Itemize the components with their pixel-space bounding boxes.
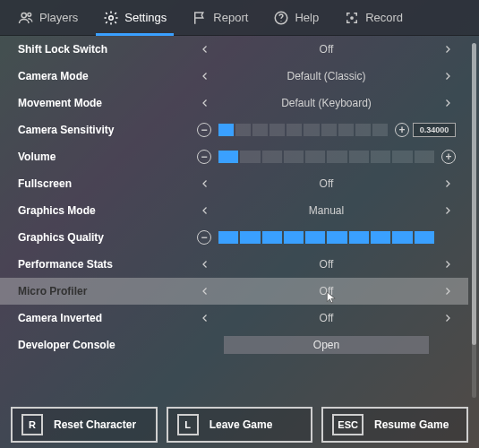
tab-settings[interactable]: Settings — [90, 0, 179, 35]
row-volume: Volume − + — [0, 143, 468, 170]
resume-key: ESC — [332, 414, 364, 435]
performance-stats-value: Off — [213, 258, 440, 271]
settings-list: Shift Lock Switch Off Camera Mode Defaul… — [0, 36, 468, 403]
graphics-quality-minus[interactable]: − — [197, 230, 211, 245]
row-camera-mode: Camera Mode Default (Classic) — [0, 63, 468, 90]
svg-point-0 — [21, 13, 26, 17]
camera-sensitivity-plus[interactable]: + — [395, 123, 409, 137]
performance-stats-next[interactable] — [440, 256, 456, 272]
volume-minus[interactable]: − — [197, 150, 211, 164]
shift-lock-value: Off — [213, 43, 440, 56]
camera-mode-label: Camera Mode — [18, 70, 197, 82]
svg-point-1 — [28, 13, 31, 16]
tab-players-label: Players — [39, 11, 78, 24]
svg-point-4 — [281, 21, 282, 22]
camera-sensitivity-minus[interactable]: − — [197, 123, 211, 137]
developer-console-label: Developer Console — [18, 339, 197, 351]
row-developer-console: Developer Console Open — [0, 332, 468, 358]
movement-mode-value: Default (Keyboard) — [213, 97, 440, 109]
scrollbar-thumb[interactable] — [472, 43, 476, 345]
volume-plus[interactable]: + — [441, 150, 456, 164]
row-camera-inverted: Camera Inverted Off — [0, 305, 468, 332]
graphics-mode-label: Graphics Mode — [18, 204, 197, 217]
fullscreen-next[interactable] — [440, 176, 456, 192]
record-icon — [344, 10, 360, 26]
movement-mode-next[interactable] — [440, 95, 456, 111]
reset-character-button[interactable]: R Reset Character — [11, 407, 158, 443]
volume-label: Volume — [18, 151, 197, 163]
row-movement-mode: Movement Mode Default (Keyboard) — [0, 90, 468, 116]
cursor-icon — [325, 289, 338, 306]
row-performance-stats: Performance Stats Off — [0, 251, 468, 278]
volume-bar[interactable] — [218, 151, 434, 163]
leave-game-button[interactable]: L Leave Game — [167, 407, 313, 443]
row-fullscreen: Fullscreen Off — [0, 170, 468, 197]
row-camera-sensitivity: Camera Sensitivity − + 0.34000 — [0, 116, 468, 143]
resume-game-button[interactable]: ESC Resume Game — [321, 407, 468, 443]
micro-profiler-prev[interactable] — [197, 283, 213, 299]
movement-mode-label: Movement Mode — [18, 97, 197, 109]
row-graphics-quality: Graphics Quality − + — [0, 224, 468, 251]
camera-mode-next[interactable] — [440, 68, 456, 84]
reset-label: Reset Character — [54, 418, 136, 431]
flag-icon — [192, 10, 208, 26]
movement-mode-prev[interactable] — [197, 95, 213, 111]
shift-lock-next[interactable] — [440, 41, 456, 57]
developer-console-open[interactable]: Open — [224, 336, 429, 354]
tab-players[interactable]: Players — [5, 0, 90, 35]
camera-inverted-label: Camera Inverted — [18, 312, 197, 324]
svg-point-5 — [350, 16, 354, 20]
svg-point-2 — [109, 15, 114, 20]
graphics-mode-next[interactable] — [440, 202, 456, 219]
row-graphics-mode: Graphics Mode Manual — [0, 197, 468, 224]
tab-report[interactable]: Report — [179, 0, 261, 35]
camera-sensitivity-label: Camera Sensitivity — [18, 124, 197, 136]
reset-key: R — [21, 414, 43, 435]
camera-sensitivity-bar[interactable] — [218, 124, 388, 136]
tab-settings-label: Settings — [124, 11, 167, 24]
leave-key: L — [177, 414, 199, 435]
resume-label: Resume Game — [374, 418, 449, 431]
leave-label: Leave Game — [210, 418, 273, 431]
camera-mode-value: Default (Classic) — [213, 70, 440, 82]
gear-icon — [103, 10, 119, 26]
camera-mode-prev[interactable] — [197, 68, 213, 84]
row-shift-lock: Shift Lock Switch Off — [0, 36, 468, 63]
camera-inverted-next[interactable] — [440, 310, 456, 326]
micro-profiler-label: Micro Profiler — [18, 285, 197, 297]
camera-inverted-value: Off — [213, 312, 440, 324]
performance-stats-prev[interactable] — [197, 256, 213, 272]
bottom-bar: R Reset Character L Leave Game ESC Resum… — [0, 407, 479, 443]
tab-help-label: Help — [295, 11, 319, 24]
performance-stats-label: Performance Stats — [18, 258, 197, 271]
tab-record[interactable]: Record — [331, 0, 415, 35]
tab-record-label: Record — [365, 11, 403, 24]
scrollbar[interactable] — [472, 43, 476, 398]
row-micro-profiler: Micro Profiler Off — [0, 278, 468, 305]
help-icon — [273, 10, 289, 26]
micro-profiler-next[interactable] — [440, 283, 456, 299]
fullscreen-label: Fullscreen — [18, 177, 197, 190]
shift-lock-label: Shift Lock Switch — [18, 43, 197, 56]
tab-report-label: Report — [213, 11, 248, 24]
graphics-mode-prev[interactable] — [197, 202, 213, 219]
shift-lock-prev[interactable] — [197, 41, 213, 57]
camera-sensitivity-value[interactable]: 0.34000 — [413, 123, 456, 137]
tab-bar: Players Settings Report Help Record — [0, 0, 479, 36]
players-icon — [18, 10, 34, 26]
fullscreen-value: Off — [213, 177, 440, 190]
camera-inverted-prev[interactable] — [197, 310, 213, 326]
tab-help[interactable]: Help — [261, 0, 331, 35]
fullscreen-prev[interactable] — [197, 176, 213, 192]
graphics-mode-value: Manual — [213, 204, 440, 217]
graphics-quality-label: Graphics Quality — [18, 231, 197, 244]
graphics-quality-bar[interactable] — [218, 231, 434, 244]
